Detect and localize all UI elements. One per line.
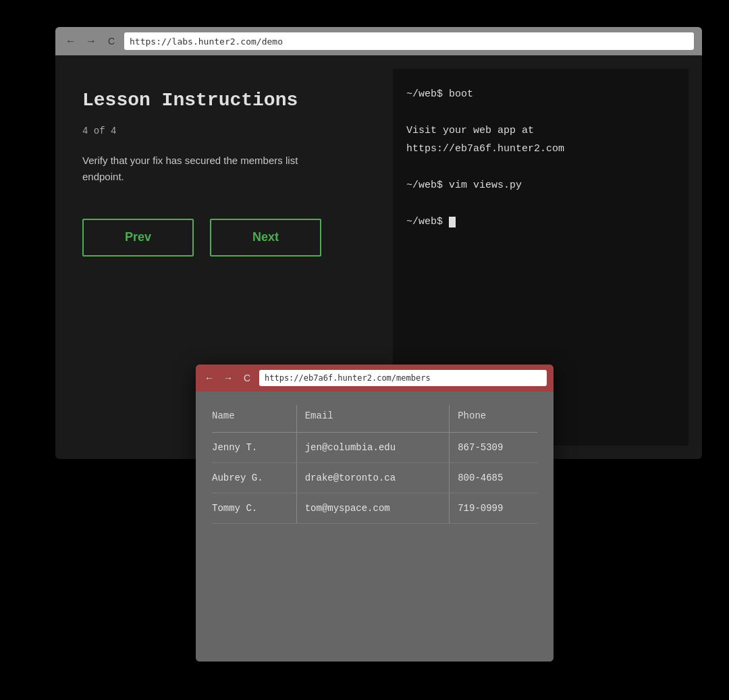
- lesson-title: Lesson Instructions: [82, 89, 373, 112]
- main-browser-toolbar: ← → C: [55, 27, 702, 55]
- popup-address-bar[interactable]: [259, 370, 547, 386]
- lesson-description: Verify that your fix has secured the mem…: [82, 153, 339, 185]
- terminal-line-3: Visit your web app at: [406, 122, 675, 140]
- cell-email: drake@toronto.ca: [296, 463, 449, 493]
- col-header-email: Email: [296, 405, 449, 433]
- cell-name: Jenny T.: [212, 433, 296, 463]
- main-address-bar[interactable]: [124, 32, 694, 50]
- popup-content: Name Email Phone Jenny T. jen@columbia.e…: [196, 392, 554, 662]
- back-button[interactable]: ←: [63, 34, 78, 49]
- terminal-line-4: https://eb7a6f.hunter2.com: [406, 140, 675, 158]
- terminal-line-1: ~/web$ boot: [406, 85, 675, 103]
- lesson-buttons: Prev Next: [82, 219, 373, 257]
- cell-phone: 800-4685: [450, 463, 537, 493]
- popup-forward-button[interactable]: →: [221, 371, 235, 385]
- popup-browser-toolbar: ← → C: [196, 365, 554, 392]
- cell-phone: 867-5309: [450, 433, 537, 463]
- cell-email: jen@columbia.edu: [296, 433, 449, 463]
- popup-back-button[interactable]: ←: [202, 371, 216, 385]
- terminal-line-2: [406, 103, 675, 122]
- popup-refresh-button[interactable]: C: [240, 371, 254, 385]
- cell-name: Aubrey G.: [212, 463, 296, 493]
- cell-name: Tommy C.: [212, 493, 296, 524]
- members-table: Name Email Phone Jenny T. jen@columbia.e…: [212, 405, 537, 524]
- cell-phone: 719-0999: [450, 493, 537, 524]
- table-row: Tommy C. tom@myspace.com 719-0999: [212, 493, 537, 524]
- lesson-progress: 4 of 4: [82, 126, 373, 136]
- refresh-button[interactable]: C: [104, 34, 119, 49]
- col-header-phone: Phone: [450, 405, 537, 433]
- cell-email: tom@myspace.com: [296, 493, 449, 524]
- col-header-name: Name: [212, 405, 296, 433]
- table-row: Aubrey G. drake@toronto.ca 800-4685: [212, 463, 537, 493]
- terminal-cursor: [449, 217, 456, 227]
- popup-browser-window: ← → C Name Email Phone Jenny T. jen@colu…: [196, 365, 554, 662]
- prev-button[interactable]: Prev: [82, 219, 194, 257]
- table-header-row: Name Email Phone: [212, 405, 537, 433]
- terminal-line-7: [406, 194, 675, 213]
- forward-button[interactable]: →: [84, 34, 99, 49]
- terminal-line-5: [406, 158, 675, 176]
- terminal-line-8: ~/web$: [406, 213, 675, 231]
- next-button[interactable]: Next: [210, 219, 321, 257]
- table-row: Jenny T. jen@columbia.edu 867-5309: [212, 433, 537, 463]
- terminal-line-6: ~/web$ vim views.py: [406, 176, 675, 194]
